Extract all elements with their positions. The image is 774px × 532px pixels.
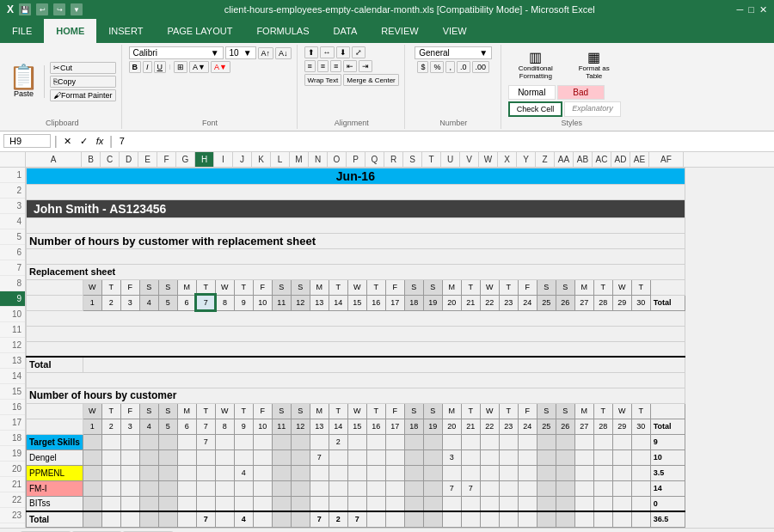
cell-F8[interactable]: S xyxy=(158,279,177,295)
cell-L9[interactable]: 11 xyxy=(272,295,291,310)
cell-R9[interactable]: 17 xyxy=(385,295,404,310)
cell-S9[interactable]: 18 xyxy=(404,295,423,310)
cell-G9[interactable]: 6 xyxy=(177,295,196,310)
align-top-button[interactable]: ⬆ xyxy=(304,46,318,58)
cell-AF18[interactable]: 9 xyxy=(650,434,685,449)
cell-V8[interactable]: T xyxy=(461,279,480,295)
col-header-B[interactable]: B xyxy=(82,152,101,167)
col-header-U[interactable]: U xyxy=(441,152,460,167)
formula-cancel-icon[interactable]: ✕ xyxy=(61,135,74,148)
cell-F19[interactable] xyxy=(158,449,177,465)
underline-button[interactable]: U xyxy=(154,61,167,73)
cell-O21[interactable] xyxy=(329,480,347,496)
cell-AC20[interactable] xyxy=(593,465,612,480)
cell-Q8[interactable]: T xyxy=(366,279,385,295)
cell-U23[interactable] xyxy=(442,511,461,527)
cell-Q21[interactable] xyxy=(366,480,385,496)
cell-Z16[interactable]: S xyxy=(537,403,556,419)
cell-H17[interactable]: 7 xyxy=(196,419,215,434)
cell-K16[interactable]: F xyxy=(253,403,272,419)
cell-F17[interactable]: 5 xyxy=(158,419,177,434)
cell-T8[interactable]: S xyxy=(423,279,442,295)
cell-L16[interactable]: S xyxy=(272,403,291,419)
cell-L17[interactable]: 11 xyxy=(272,419,291,434)
cell-P20[interactable] xyxy=(347,465,366,480)
cell-G22[interactable] xyxy=(177,496,196,511)
cell-F20[interactable] xyxy=(158,465,177,480)
cell-J9[interactable]: 9 xyxy=(234,295,253,310)
cell-G19[interactable] xyxy=(177,449,196,465)
cell-Q23[interactable] xyxy=(366,511,385,527)
cell-P22[interactable] xyxy=(347,496,366,511)
bold-button[interactable]: B xyxy=(129,61,142,73)
cell-P17[interactable]: 15 xyxy=(347,419,366,434)
col-header-W[interactable]: W xyxy=(479,152,498,167)
cell-B19[interactable] xyxy=(83,449,101,465)
cell-X8[interactable]: T xyxy=(499,279,518,295)
cell-reference-box[interactable]: H9 xyxy=(3,134,51,148)
copy-button[interactable]: ⎘ Copy xyxy=(50,76,116,88)
cell-AC17[interactable]: 28 xyxy=(593,419,612,434)
col-header-F[interactable]: F xyxy=(157,152,176,167)
cell-AB16[interactable]: M xyxy=(574,403,593,419)
cell-A15[interactable]: Number of hours by customer xyxy=(27,388,685,403)
cell-B9[interactable]: 1 xyxy=(83,295,101,310)
cell-K21[interactable] xyxy=(253,480,272,496)
cell-I19[interactable] xyxy=(215,449,234,465)
cell-F21[interactable] xyxy=(158,480,177,496)
cell-V19[interactable] xyxy=(461,449,480,465)
cell-U19[interactable]: 3 xyxy=(442,449,461,465)
cell-D23[interactable] xyxy=(120,511,139,527)
cell-S16[interactable]: S xyxy=(404,403,423,419)
cell-AC21[interactable] xyxy=(593,480,612,496)
row-num-22[interactable]: 22 xyxy=(0,492,25,508)
cell-L22[interactable] xyxy=(272,496,291,511)
cell-AA21[interactable] xyxy=(556,480,574,496)
cell-W23[interactable] xyxy=(480,511,499,527)
font-name-dropdown[interactable]: Calibri▼ xyxy=(129,46,224,59)
col-header-Q[interactable]: Q xyxy=(366,152,384,167)
cell-AC16[interactable]: T xyxy=(593,403,612,419)
style-explanatory[interactable]: Explanatory xyxy=(564,101,621,117)
wrap-text-button[interactable]: Wrap Text xyxy=(304,74,342,86)
cell-K9[interactable]: 10 xyxy=(253,295,272,310)
cell-B22[interactable] xyxy=(83,496,101,511)
cell-D20[interactable] xyxy=(120,465,139,480)
tab-insert[interactable]: INSERT xyxy=(96,19,155,43)
cell-AC9[interactable]: 28 xyxy=(593,295,612,310)
font-grow-button[interactable]: A↑ xyxy=(258,47,274,59)
cell-S18[interactable] xyxy=(404,434,423,449)
cell-O9[interactable]: 14 xyxy=(329,295,347,310)
cell-Z19[interactable] xyxy=(537,449,556,465)
cell-AF17[interactable]: Total xyxy=(650,419,685,434)
cell-P16[interactable]: W xyxy=(347,403,366,419)
cell-AF19[interactable]: 10 xyxy=(650,449,685,465)
tab-formulas[interactable]: FORMULAS xyxy=(244,19,321,43)
tab-file[interactable]: FILE xyxy=(0,19,44,43)
cell-S19[interactable] xyxy=(404,449,423,465)
cell-I20[interactable] xyxy=(215,465,234,480)
cell-AE22[interactable] xyxy=(631,496,650,511)
cell-J18[interactable] xyxy=(234,434,253,449)
cell-C16[interactable]: T xyxy=(101,403,120,419)
tab-page-layout[interactable]: PAGE LAYOUT xyxy=(155,19,244,43)
cell-J19[interactable] xyxy=(234,449,253,465)
cell-T20[interactable] xyxy=(423,465,442,480)
cell-A20[interactable]: PPMENL xyxy=(27,465,83,480)
cell-Y17[interactable]: 24 xyxy=(518,419,537,434)
cell-U21[interactable]: 7 xyxy=(442,480,461,496)
cell-P18[interactable] xyxy=(347,434,366,449)
cell-N21[interactable] xyxy=(310,480,329,496)
cell-J17[interactable]: 9 xyxy=(234,419,253,434)
new-sheet-button[interactable]: ⊕ xyxy=(3,529,19,532)
undo-icon[interactable]: ↩ xyxy=(36,3,48,15)
cell-A10[interactable] xyxy=(27,310,685,326)
cell-O17[interactable]: 14 xyxy=(329,419,347,434)
border-button[interactable]: ⊞ xyxy=(174,61,187,73)
cell-J22[interactable] xyxy=(234,496,253,511)
cell-C21[interactable] xyxy=(101,480,120,496)
cell-N20[interactable] xyxy=(310,465,329,480)
cell-J8[interactable]: T xyxy=(234,279,253,295)
cell-R17[interactable]: 17 xyxy=(385,419,404,434)
cell-AA19[interactable] xyxy=(556,449,574,465)
